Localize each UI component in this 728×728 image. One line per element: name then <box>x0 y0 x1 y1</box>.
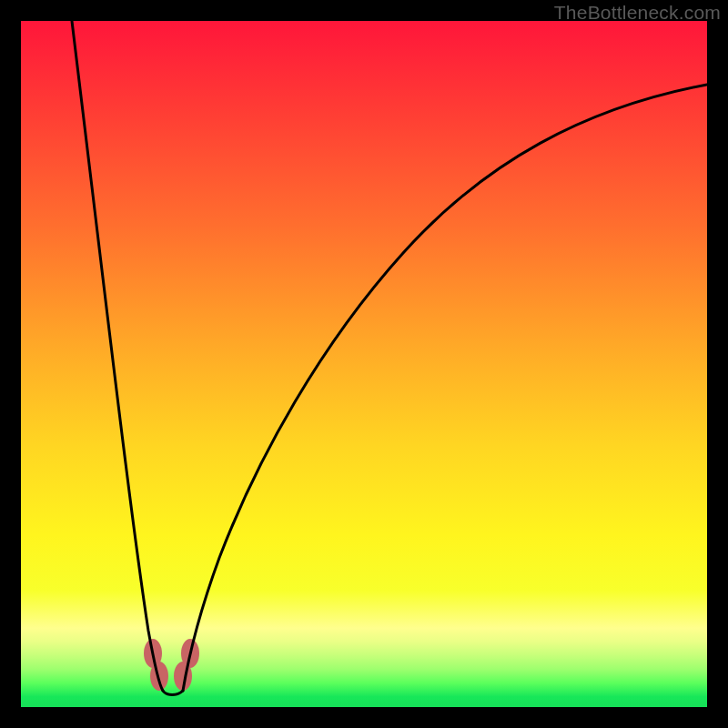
left-curve <box>72 21 163 691</box>
marker-dot <box>150 662 168 691</box>
watermark-text: TheBottleneck.com <box>554 2 721 24</box>
outer-frame: TheBottleneck.com <box>0 0 728 728</box>
curve-join <box>163 691 183 695</box>
right-curve <box>183 85 707 691</box>
curve-layer <box>21 21 707 707</box>
plot-area <box>21 21 707 707</box>
